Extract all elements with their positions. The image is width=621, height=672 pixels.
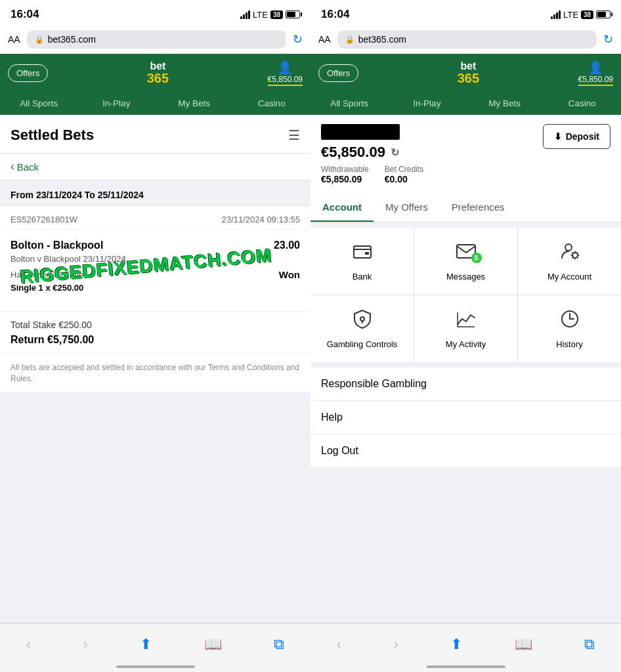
right-bet-text: bet [460, 61, 476, 72]
right-offers-button[interactable]: Offers [318, 64, 358, 82]
right-back-button[interactable]: ‹ [337, 636, 341, 653]
right-forward-button[interactable]: › [394, 636, 398, 653]
username-block [321, 124, 400, 140]
balance-amount: €5,850.09 ↻ [321, 144, 423, 161]
right-url-bar[interactable]: 🔒 bet365.com [337, 30, 597, 49]
right-tabs-button[interactable]: ⧉ [584, 636, 595, 653]
menu-responsible-gambling[interactable]: Responsible Gambling [310, 368, 621, 401]
left-phone: 16:04 LTE 38 AA 🔒 bet365.com ↻ Offers b [0, 0, 310, 672]
menu-icon[interactable]: ☰ [288, 127, 300, 143]
user-icon: 👤 [278, 60, 292, 75]
svg-rect-1 [365, 252, 369, 255]
right-aa-button[interactable]: AA [318, 34, 331, 45]
right-bet365-header: Offers bet 365 👤 €5,850.09 [310, 54, 621, 92]
forward-button[interactable]: › [83, 636, 88, 653]
back-link[interactable]: ‹ Back [0, 154, 310, 180]
url-text: bet365.com [48, 34, 96, 45]
right-nav-all-sports[interactable]: All Sports [310, 92, 388, 115]
grid-item-history[interactable]: History [518, 295, 621, 362]
nav-casino[interactable]: Casino [233, 92, 310, 115]
history-label: History [556, 339, 582, 349]
right-header-balance: €5,850.09 [578, 75, 613, 86]
left-content: Settled Bets ☰ ‹ Back From 23/11/2024 To… [0, 115, 310, 623]
shield-lock-icon [352, 308, 373, 334]
messages-label: Messages [446, 272, 485, 282]
right-bet365-number: 365 [458, 72, 479, 85]
lock-icon: 🔒 [35, 35, 44, 44]
bet-card-header: ES5267261801W 23/11/2024 09:13:55 [0, 207, 310, 230]
url-bar[interactable]: 🔒 bet365.com [27, 30, 286, 49]
menu-help[interactable]: Help [310, 401, 621, 434]
right-nav-my-bets[interactable]: My Bets [466, 92, 544, 115]
date-range: From 23/11/2024 To 25/11/2024 [0, 180, 310, 207]
bet-credits-label: Bet Credits [385, 165, 423, 174]
tab-preferences[interactable]: Preferences [440, 194, 517, 222]
right-nav-in-play[interactable]: In-Play [388, 92, 465, 115]
right-account-button[interactable]: 👤 €5,850.09 [578, 60, 613, 86]
bet-result: Won [279, 269, 300, 280]
nav-all-sports[interactable]: All Sports [0, 92, 77, 115]
back-button[interactable]: ‹ [26, 636, 31, 653]
right-status-bar: 16:04 LTE 38 [310, 0, 621, 26]
aa-button[interactable]: AA [8, 34, 20, 45]
bet-return: Return €5,750.00 [11, 334, 300, 346]
bet365-number: 365 [147, 72, 169, 85]
right-battery-icon [596, 10, 610, 18]
menu-log-out[interactable]: Log Out [310, 434, 621, 467]
envelope-icon: 0 [456, 241, 477, 266]
grid-item-gambling-controls[interactable]: Gambling Controls [310, 295, 414, 362]
tab-account[interactable]: Account [310, 194, 374, 222]
offers-button[interactable]: Offers [8, 64, 48, 82]
right-user-icon: 👤 [588, 60, 603, 75]
grid-item-my-account[interactable]: My Account [518, 228, 621, 295]
chart-line-icon [456, 308, 477, 334]
left-browser-bottom: ‹ › ⬆ 📖 ⧉ [0, 623, 310, 672]
nav-in-play[interactable]: In-Play [77, 92, 155, 115]
lte-label: LTE [253, 10, 268, 20]
grid-item-bank[interactable]: Bank [310, 228, 414, 295]
balance-refresh-icon[interactable]: ↻ [391, 146, 399, 159]
refresh-button[interactable]: ↻ [293, 32, 303, 47]
balance-section: €5,850.09 ↻ Withdrawable €5,850.09 Bet C… [310, 115, 621, 194]
right-address-bar[interactable]: AA 🔒 bet365.com ↻ [310, 26, 621, 54]
right-refresh-button[interactable]: ↻ [603, 32, 613, 47]
right-nav-casino[interactable]: Casino [544, 92, 621, 115]
nav-my-bets[interactable]: My Bets [156, 92, 233, 115]
grid-item-my-activity[interactable]: My Activity [414, 295, 517, 362]
settled-bets-title: Settled Bets [11, 127, 94, 144]
person-gear-icon [559, 241, 580, 266]
clock-icon [559, 308, 580, 334]
tab-my-offers[interactable]: My Offers [374, 194, 440, 222]
wallet-icon [352, 241, 373, 266]
deposit-label: Deposit [566, 131, 599, 142]
bet-market: Half Time/Full Time [11, 270, 83, 280]
right-signal-icon [551, 10, 561, 19]
balance-value: €5,850.09 [321, 144, 385, 161]
bookmarks-button[interactable]: 📖 [204, 636, 222, 653]
right-bookmarks-button[interactable]: 📖 [515, 636, 532, 653]
right-browser-bottom: ‹ › ⬆ 📖 ⧉ [310, 623, 621, 672]
left-status-icons: LTE 38 [240, 10, 300, 20]
bet-credits-value: €0.00 [385, 174, 423, 184]
lte-badge: 38 [270, 10, 283, 19]
left-time: 16:04 [11, 8, 39, 21]
right-bet365-logo: bet 365 [364, 61, 572, 85]
left-address-bar[interactable]: AA 🔒 bet365.com ↻ [0, 26, 310, 54]
bet-result-row: Half Time/Full Time Won [11, 269, 300, 280]
bet-credits-item: Bet Credits €0.00 [385, 165, 423, 184]
share-button[interactable]: ⬆ [140, 636, 152, 653]
bet-match-row: Bolton - Blackpool 23.00 [11, 240, 300, 251]
bet-text: bet [150, 61, 165, 72]
deposit-button[interactable]: ⬇ Deposit [543, 124, 610, 149]
bet-disclaimer: All bets are accepted and settled in acc… [0, 354, 310, 392]
deposit-icon: ⬇ [554, 131, 562, 142]
account-button[interactable]: 👤 €5,850.09 [268, 60, 303, 86]
grid-item-messages[interactable]: 0 Messages [414, 228, 517, 295]
right-share-button[interactable]: ⬆ [450, 636, 462, 653]
bet365-logo: bet 365 [53, 61, 262, 85]
bet-ref: ES5267261801W [11, 215, 77, 224]
right-lte-badge: 38 [581, 10, 593, 19]
right-lock-icon: 🔒 [345, 35, 354, 44]
tabs-button[interactable]: ⧉ [274, 636, 284, 653]
right-status-icons: LTE 38 [551, 10, 610, 20]
